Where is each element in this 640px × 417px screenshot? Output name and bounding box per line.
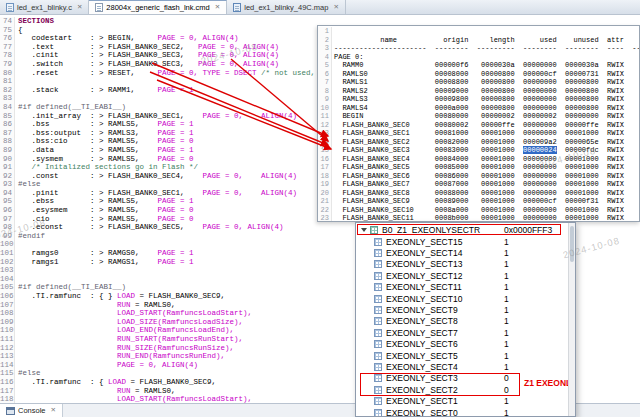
register-field-name: EXEONLY_SECT8 bbox=[386, 316, 458, 326]
console-icon bbox=[6, 407, 15, 415]
popup-scrollbar[interactable] bbox=[568, 223, 575, 416]
close-icon[interactable]: ✕ bbox=[77, 4, 82, 11]
editor-gutter: 7475767778798081828384858687888990919293… bbox=[0, 17, 15, 403]
register-field-value[interactable]: 1 bbox=[504, 328, 509, 338]
register-field-row[interactable]: EXEONLY_SECT81 bbox=[356, 316, 575, 327]
register-field-icon bbox=[374, 397, 382, 405]
register-field-value[interactable]: 1 bbox=[504, 339, 509, 349]
register-field-name: EXEONLY_SECT0 bbox=[386, 408, 458, 417]
map-file-view[interactable]: 1234567891011121314151617181920212223 na… bbox=[317, 25, 640, 222]
tab-flash-lnk-cmd[interactable]: 28004x_generic_flash_lnk.cmd ✕ bbox=[89, 0, 227, 14]
tab-map-file[interactable]: led_ex1_blinky_49C.map ✕ bbox=[227, 0, 346, 14]
register-field-row[interactable]: EXEONLY_SECT01 bbox=[356, 407, 575, 417]
register-field-value[interactable]: 1 bbox=[504, 282, 509, 292]
register-field-value[interactable]: 0 bbox=[504, 385, 509, 395]
c-file-icon bbox=[6, 3, 14, 12]
register-field-value[interactable]: 1 bbox=[504, 351, 509, 361]
register-field-row[interactable]: EXEONLY_SECT151 bbox=[356, 236, 575, 247]
register-field-icon bbox=[374, 249, 382, 257]
register-field-row[interactable]: EXEONLY_SECT61 bbox=[356, 339, 575, 350]
register-field-value[interactable]: 1 bbox=[504, 259, 509, 269]
register-field-row[interactable]: EXEONLY_SECT121 bbox=[356, 270, 575, 281]
register-field-name: EXEONLY_SECT7 bbox=[386, 328, 458, 338]
register-field-value[interactable]: 1 bbox=[504, 237, 509, 247]
register-field-icon bbox=[374, 272, 382, 280]
close-icon[interactable]: ✕ bbox=[215, 4, 220, 11]
register-parent-row[interactable]: B0_Z1_EXEONLYSECTR 0x0000FFF3 bbox=[356, 223, 575, 236]
register-field-value[interactable]: 1 bbox=[504, 362, 509, 372]
register-field-row[interactable]: EXEONLY_SECT131 bbox=[356, 259, 575, 270]
map-content: name origin length used unused attr fill… bbox=[332, 27, 640, 221]
map-file-icon bbox=[233, 3, 241, 12]
tab-label: led_ex1_blinky_49C.map bbox=[244, 3, 328, 12]
register-field-name: EXEONLY_SECT14 bbox=[386, 248, 462, 258]
register-field-name: EXEONLY_SECT4 bbox=[386, 362, 458, 372]
register-field-value[interactable]: 1 bbox=[504, 271, 509, 281]
register-field-name: EXEONLY_SECT3 bbox=[386, 373, 458, 383]
register-field-icon bbox=[374, 363, 382, 371]
register-field-row[interactable]: EXEONLY_SECT91 bbox=[356, 304, 575, 315]
map-gutter: 1234567891011121314151617181920212223 bbox=[318, 27, 332, 221]
scrollbar-thumb[interactable] bbox=[570, 226, 574, 262]
register-field-name: EXEONLY_SECT10 bbox=[386, 294, 462, 304]
register-field-value[interactable]: 1 bbox=[504, 294, 509, 304]
selected-used-cell: 00000024 bbox=[523, 146, 557, 154]
register-field-icon bbox=[374, 317, 382, 325]
register-field-row[interactable]: EXEONLY_SECT51 bbox=[356, 350, 575, 361]
register-field-name: EXEONLY_SECT6 bbox=[386, 339, 458, 349]
register-field-value[interactable]: 1 bbox=[504, 408, 509, 417]
tab-label: led_ex1_blinky.c bbox=[17, 3, 72, 12]
register-field-icon bbox=[374, 386, 382, 394]
register-field-value[interactable]: 1 bbox=[504, 305, 509, 315]
register-field-name: EXEONLY_SECT2 bbox=[386, 385, 458, 395]
register-field-name: EXEONLY_SECT1 bbox=[386, 396, 458, 406]
register-field-icon bbox=[374, 374, 382, 382]
register-field-value[interactable]: 1 bbox=[504, 316, 509, 326]
register-field-icon bbox=[374, 409, 382, 417]
register-field-name: EXEONLY_SECT15 bbox=[386, 237, 462, 247]
tab-console[interactable]: Console ✕ bbox=[0, 404, 63, 417]
register-field-row[interactable]: EXEONLY_SECT11 bbox=[356, 395, 575, 406]
close-icon[interactable]: ✕ bbox=[51, 407, 56, 414]
register-field-name: EXEONLY_SECT11 bbox=[386, 282, 462, 292]
register-value: 0x0000FFF3 bbox=[504, 225, 552, 235]
register-field-row[interactable]: EXEONLY_SECT111 bbox=[356, 282, 575, 293]
register-field-value[interactable]: 1 bbox=[504, 396, 509, 406]
register-field-icon bbox=[374, 260, 382, 268]
register-field-icon bbox=[374, 352, 382, 360]
register-field-icon bbox=[374, 295, 382, 303]
register-group-icon bbox=[370, 226, 378, 234]
register-field-name: EXEONLY_SECT13 bbox=[386, 259, 462, 269]
cmd-file-icon bbox=[95, 3, 103, 12]
tab-led-ex1-blinky-c[interactable]: led_ex1_blinky.c ✕ bbox=[0, 0, 89, 14]
register-field-name: EXEONLY_SECT5 bbox=[386, 351, 458, 361]
register-field-row[interactable]: EXEONLY_SECT71 bbox=[356, 327, 575, 338]
register-field-icon bbox=[374, 329, 382, 337]
register-field-value[interactable]: 0 bbox=[504, 373, 509, 383]
console-label: Console bbox=[18, 406, 46, 415]
register-field-name: EXEONLY_SECT9 bbox=[386, 305, 458, 315]
registers-popup[interactable]: B0_Z1_EXEONLYSECTR 0x0000FFF3 EXEONLY_SE… bbox=[355, 222, 576, 417]
register-field-row[interactable]: EXEONLY_SECT141 bbox=[356, 247, 575, 258]
register-field-row[interactable]: EXEONLY_SECT101 bbox=[356, 293, 575, 304]
register-field-row[interactable]: EXEONLY_SECT41 bbox=[356, 361, 575, 372]
register-field-icon bbox=[374, 306, 382, 314]
register-field-icon bbox=[374, 238, 382, 246]
collapse-triangle-icon[interactable] bbox=[361, 228, 367, 232]
register-field-value[interactable]: 1 bbox=[504, 248, 509, 258]
register-field-icon bbox=[374, 283, 382, 291]
register-fields: EXEONLY_SECT151EXEONLY_SECT141EXEONLY_SE… bbox=[356, 236, 575, 417]
register-field-name: EXEONLY_SECT12 bbox=[386, 271, 462, 281]
editor-tab-bar: led_ex1_blinky.c ✕ 28004x_generic_flash_… bbox=[0, 0, 640, 15]
close-icon[interactable]: ✕ bbox=[333, 4, 338, 11]
tab-label: 28004x_generic_flash_lnk.cmd bbox=[106, 3, 209, 12]
register-name: B0_Z1_EXEONLYSECTR bbox=[382, 225, 480, 235]
editor-code: SECTIONS{ codestart : > BEGIN, PAGE = 0,… bbox=[15, 17, 329, 403]
register-field-icon bbox=[374, 340, 382, 348]
